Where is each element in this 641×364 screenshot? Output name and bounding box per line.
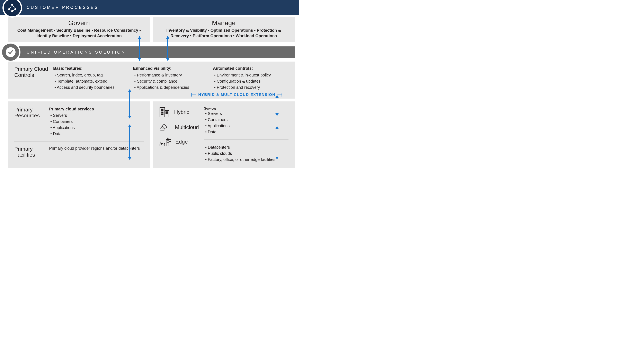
govern-subtitle: Cost Management • Security Baseline • Re… — [14, 28, 144, 39]
unified-operations-bar: UNIFIED OPERATIONS SOLUTION — [8, 46, 295, 58]
enhanced-visibility-column: Enhanced visibility: Performance & inven… — [129, 66, 209, 90]
double-arrow-icon — [129, 90, 130, 118]
double-arrow-icon — [167, 36, 168, 60]
govern-card: Govern Cost Management • Security Baseli… — [8, 17, 150, 42]
svg-rect-15 — [167, 112, 168, 112]
svg-rect-14 — [166, 112, 167, 112]
factory-crane-icon — [159, 137, 172, 146]
multicloud-label: Multicloud — [175, 124, 199, 130]
primary-resources-title: Primary Resources — [14, 107, 49, 137]
govern-title: Govern — [14, 19, 144, 27]
primary-facilities-title: Primary Facilities — [14, 146, 49, 158]
svg-rect-16 — [166, 113, 167, 114]
manage-subtitle: Inventory & Visibility • Optimized Opera… — [159, 28, 288, 39]
hybrid-label: Hybrid — [174, 109, 190, 115]
unified-operations-label: UNIFIED OPERATIONS SOLUTION — [27, 50, 126, 54]
clouds-icon — [159, 123, 171, 131]
svg-point-19 — [170, 141, 170, 142]
edge-label: Edge — [175, 139, 188, 145]
svg-rect-13 — [163, 114, 163, 114]
svg-rect-8 — [161, 110, 162, 111]
manage-title: Manage — [159, 19, 288, 27]
svg-rect-11 — [163, 112, 163, 113]
automated-controls-column: Automated controls: Environment & in-gue… — [209, 66, 288, 90]
svg-rect-10 — [161, 112, 162, 113]
hybrid-multicloud-extension-label: HYBRID & MULTICLOUD EXTENSION — [191, 93, 282, 97]
svg-rect-18 — [160, 141, 161, 143]
checkmark-badge-icon — [2, 44, 19, 61]
double-arrow-icon — [139, 36, 140, 60]
svg-rect-12 — [161, 114, 162, 114]
svg-rect-6 — [161, 109, 162, 110]
process-network-icon — [4, 0, 21, 16]
customer-processes-label: CUSTOMER PROCESSES — [27, 5, 99, 10]
primary-cloud-controls-card: Primary Cloud Controls Basic features: S… — [8, 62, 295, 98]
double-arrow-icon — [277, 95, 277, 116]
bracket-left-icon — [191, 93, 196, 97]
primary-cloud-controls-title: Primary Cloud Controls — [14, 66, 49, 90]
svg-rect-9 — [163, 110, 163, 111]
hybrid-multicloud-edge-card: Hybrid Multicloud — [153, 102, 295, 168]
customer-processes-bar: CUSTOMER PROCESSES — [0, 0, 299, 15]
svg-rect-7 — [163, 109, 163, 110]
basic-features-column: Basic features: Search, index, group, ta… — [49, 66, 129, 90]
double-arrow-icon — [129, 125, 130, 160]
buildings-icon — [159, 107, 170, 118]
manage-card: Manage Inventory & Visibility • Optimize… — [153, 17, 295, 42]
svg-rect-17 — [167, 113, 168, 114]
double-arrow-icon — [277, 126, 277, 159]
